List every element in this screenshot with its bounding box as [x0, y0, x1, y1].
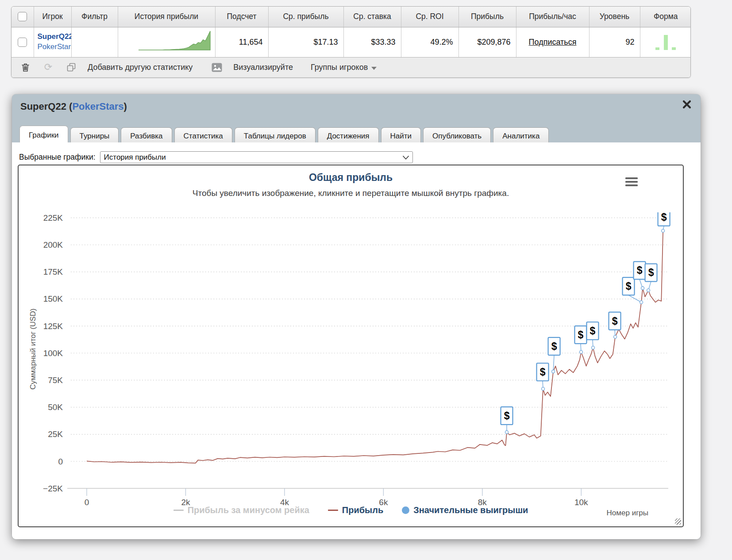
form-bars-chart — [640, 27, 691, 55]
sharkscope-screen: Игрок Фильтр История прибыли Подсчет Ср.… — [0, 0, 732, 560]
svg-text:$: $ — [551, 341, 557, 352]
svg-text:200K: 200K — [43, 240, 63, 249]
chevron-down-icon — [402, 155, 409, 160]
significant-win-marker[interactable]: $ — [537, 363, 549, 381]
svg-text:175K: 175K — [43, 267, 63, 276]
sparkline-chart — [118, 27, 215, 55]
close-icon — [682, 100, 692, 109]
svg-text:$: $ — [612, 315, 618, 327]
player-detail-panel: SuperQ22 (PokerStars) ГрафикиТурнирыРазб… — [12, 94, 701, 539]
close-button[interactable] — [682, 100, 692, 109]
col-header-form[interactable]: Форма — [640, 7, 691, 27]
svg-text:75K: 75K — [48, 376, 63, 385]
svg-text:$: $ — [578, 329, 584, 341]
svg-text:150K: 150K — [43, 294, 63, 303]
chart-legend: Прибыль за минусом рейка Прибыль Значите… — [19, 505, 683, 515]
legend-dash-icon — [328, 510, 338, 511]
subscribe-link[interactable]: Подписаться — [516, 27, 589, 57]
svg-text:$: $ — [626, 280, 632, 292]
add-statistic-button[interactable]: Добавить другую статистику — [88, 63, 193, 72]
player-stats-table: Игрок Фильтр История прибыли Подсчет Ср.… — [11, 6, 691, 78]
legend-dash-icon — [173, 510, 184, 511]
svg-text:$: $ — [637, 265, 643, 276]
col-header-profit[interactable]: Прибыль — [458, 7, 516, 27]
col-header-count[interactable]: Подсчет — [215, 7, 268, 27]
svg-text:225K: 225K — [43, 213, 63, 222]
form-cell — [640, 27, 691, 57]
svg-text:125K: 125K — [43, 322, 63, 331]
refresh-button[interactable]: ⟳ — [42, 63, 55, 72]
svg-text:$: $ — [540, 366, 546, 378]
avg-stake-cell: $33.33 — [343, 27, 401, 57]
copy-button[interactable] — [65, 63, 78, 72]
x-axis-title: Номер игры — [607, 509, 648, 518]
visualize-button-icon[interactable] — [210, 63, 223, 72]
col-header-level[interactable]: Уровень — [589, 7, 640, 27]
refresh-icon: ⟳ — [44, 63, 52, 72]
profit-history-sparkline-cell[interactable] — [118, 27, 215, 57]
player-site-link[interactable]: PokerStars — [38, 42, 71, 52]
dropdown-arrow-icon — [371, 67, 377, 70]
player-groups-dropdown[interactable]: Группы игроков — [311, 63, 377, 72]
significant-win-marker[interactable]: $ — [645, 264, 657, 281]
legend-item-significant-wins[interactable]: Значительные выигрыши — [402, 505, 528, 515]
profit-cell: $209,876 — [458, 27, 516, 57]
col-header-profit-history[interactable]: История прибыли — [118, 7, 215, 27]
table-toolbar: ⟳ Добавить другую статистику Визуализиру… — [12, 58, 690, 77]
copy-icon — [67, 63, 76, 72]
level-cell: 92 — [589, 27, 640, 57]
games-count-cell: 11,654 — [215, 27, 268, 57]
col-header-player[interactable]: Игрок — [34, 7, 71, 27]
graph-select-label: Выбранные графики: — [19, 153, 96, 162]
significant-win-marker[interactable]: $ — [548, 338, 560, 355]
select-all-checkbox[interactable] — [18, 12, 27, 21]
filter-cell — [71, 27, 118, 57]
significant-win-marker[interactable]: $ — [658, 208, 670, 226]
avg-roi-cell: 49.2% — [401, 27, 458, 57]
svg-text:25K: 25K — [48, 430, 63, 439]
legend-item-profit[interactable]: Прибыль — [328, 505, 383, 515]
svg-text:$: $ — [504, 410, 510, 422]
col-header-filter[interactable]: Фильтр — [71, 7, 118, 27]
col-header-profit-per-hour[interactable]: Прибыль/час — [516, 7, 589, 27]
panel-content: Выбранные графики: История прибыли Общая… — [12, 142, 701, 539]
resize-grip-icon[interactable] — [675, 518, 681, 525]
significant-win-marker[interactable]: $ — [587, 322, 599, 340]
legend-dot-icon — [402, 506, 409, 514]
graph-select[interactable]: История прибыли — [100, 151, 413, 163]
panel-title: SuperQ22 (PokerStars) — [20, 101, 127, 112]
significant-win-marker[interactable]: $ — [609, 312, 621, 330]
row-select-cell — [12, 27, 34, 57]
profit-chart: Общая прибыль Чтобы увеличить изображени… — [18, 165, 684, 527]
significant-win-marker[interactable]: $ — [501, 407, 513, 425]
svg-text:50K: 50K — [48, 403, 63, 412]
image-icon — [212, 63, 222, 72]
significant-win-marker[interactable]: $ — [574, 326, 586, 344]
table-row: SuperQ22 PokerStars 11,654 $17.13 $33.33… — [12, 27, 691, 57]
visualize-button[interactable]: Визуализируйте — [233, 63, 293, 72]
select-all-header — [12, 7, 34, 27]
player-cell: SuperQ22 PokerStars — [34, 27, 71, 57]
svg-text:0: 0 — [58, 457, 63, 466]
col-header-avg-stake[interactable]: Ср. ставка — [343, 7, 401, 27]
row-checkbox[interactable] — [18, 38, 27, 47]
col-header-avg-profit[interactable]: Ср. прибыль — [268, 7, 343, 27]
svg-text:$: $ — [661, 211, 667, 223]
delete-button[interactable] — [19, 63, 32, 72]
significant-win-marker[interactable]: $ — [634, 261, 646, 279]
chart-plot[interactable]: 02k4k6k8k10k225K200K175K150K125K100K75K5… — [19, 165, 683, 526]
col-header-avg-roi[interactable]: Ср. ROI — [401, 7, 458, 27]
graph-select-row: Выбранные графики: История прибыли — [19, 151, 413, 163]
svg-text:Суммарный итог (USD): Суммарный итог (USD) — [29, 308, 37, 389]
avg-profit-cell: $17.13 — [268, 27, 343, 57]
svg-text:100K: 100K — [43, 349, 63, 358]
player-name-link[interactable]: SuperQ22 — [38, 32, 71, 42]
trash-icon — [21, 63, 30, 72]
legend-item-rake-adjusted[interactable]: Прибыль за минусом рейка — [173, 505, 309, 515]
svg-text:$: $ — [648, 267, 654, 278]
panel-title-site[interactable]: PokerStars — [72, 101, 123, 112]
svg-text:−25K: −25K — [43, 484, 63, 493]
svg-text:$: $ — [590, 325, 596, 337]
significant-win-marker[interactable]: $ — [623, 277, 635, 295]
table-header-row: Игрок Фильтр История прибыли Подсчет Ср.… — [12, 7, 691, 27]
